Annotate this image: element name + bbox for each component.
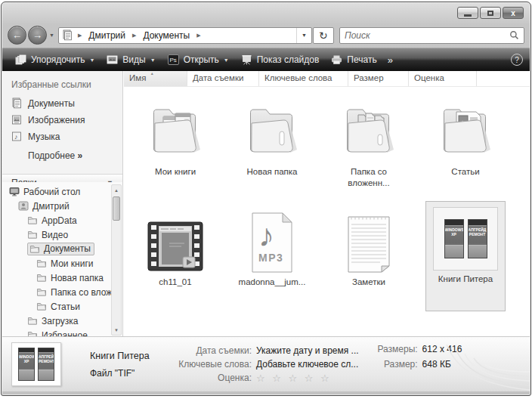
tree-item-new-folder[interactable]: Новая папка [2,271,122,285]
column-header-filler [477,71,530,86]
tree-item-nested-folder[interactable]: Папка со вложе [2,285,122,299]
tree-item-desktop[interactable]: Рабочий стол [2,184,122,199]
file-item-video[interactable]: ch11_01 [131,201,219,311]
tree-item-articles[interactable]: Статьи [2,299,122,314]
tree-item-my-books[interactable]: Мои книги [2,256,122,271]
shoot-date-value[interactable]: Укажите дату и время ... [256,345,359,356]
scrollbar-thumb[interactable] [113,196,120,221]
tree-item-label: Документы [44,243,91,254]
sidebar-item-label: Изображения [28,115,85,125]
folder-icon [27,230,38,240]
tree-selected-highlight: Документы [27,243,94,255]
file-item-new-folder[interactable]: Новая папка [228,91,316,201]
sidebar-item-label: Документы [28,98,75,109]
refresh-button[interactable]: ↻ [313,27,334,44]
file-item-peter-books[interactable]: WINDOWS XP АПГРЕЙД РЕМОНТ Книги Питера [425,201,506,311]
documents-icon [11,97,22,109]
sidebar-item-label: Музыка [28,131,60,142]
sidebar-item-pictures[interactable]: Изображения [2,112,122,128]
slideshow-button[interactable]: Показ слайдов [235,51,326,69]
folder-icon [36,302,47,311]
file-item-my-books[interactable]: Мои книги [131,91,219,201]
minimize-button[interactable] [457,7,478,19]
toolbar-overflow-button[interactable]: » [383,54,397,66]
text-notes-icon [345,215,392,274]
back-arrow-icon: ← [12,29,22,41]
folder-icon [27,316,38,326]
user-folder-icon [18,201,29,211]
folder-icon [36,287,47,297]
tree-item-label: Рабочий стол [23,187,80,197]
file-item-label: madonna__jum... [239,277,306,288]
tree-item-documents[interactable]: Документы [2,242,122,256]
print-button[interactable]: Печать [325,51,382,69]
sidebar-item-documents[interactable]: Документы [2,95,122,112]
mp3-badge: MP3 [258,252,283,264]
tree-item-favorites[interactable]: Избранное [2,328,122,336]
open-label: Открыть [184,54,219,65]
breadcrumb-item-user[interactable]: Дмитрий [87,29,127,42]
tree-scrollbar[interactable]: ▲ ▼ [111,184,122,336]
slideshow-label: Показ слайдов [257,54,320,65]
column-header-date-taken[interactable]: Дата съемки [187,71,259,86]
views-button[interactable]: Виды ▼ [101,51,161,69]
dimensions-value: 612 x 416 [422,344,462,354]
close-button[interactable]: x [503,7,524,19]
breadcrumb-separator-icon: ▶ [127,32,141,39]
tree-item-video[interactable]: Видео [2,227,122,242]
column-header-keywords[interactable]: Ключевые слова [259,71,348,86]
organize-dropdown-icon: ▼ [89,57,94,63]
tree-item-label: Новая папка [51,273,104,283]
restore-button[interactable] [480,7,501,19]
search-input[interactable] [345,30,509,41]
keywords-value[interactable]: Добавьте ключевое сл... [256,359,359,370]
rating-stars[interactable]: ☆ ☆ ☆ ☆ ☆ [256,373,359,384]
more-chevron-icon: » [78,150,82,161]
tree-item-label: Избранное [42,330,88,337]
tree-item-appdata[interactable]: AppData [2,213,122,227]
column-header-rating[interactable]: Оценка [409,71,477,86]
folder-icon [27,215,38,225]
column-header-name[interactable]: ▲ Имя [124,71,187,86]
folder-icon [36,273,47,283]
back-button[interactable]: ← [8,26,26,45]
mp3-file-icon: ♪ MP3 [248,212,296,274]
tree-item-user[interactable]: Дмитрий [2,199,122,213]
file-item-articles[interactable]: Статьи [422,91,509,201]
organize-button[interactable]: Упорядочить ▼ [9,51,101,69]
folder-icon [27,330,38,336]
views-dropdown-icon: ▼ [150,57,156,63]
file-item-mp3[interactable]: ♪ MP3 madonna__jum... [228,201,316,311]
breadcrumb-separator-icon: ▶ [73,32,87,39]
title-bar[interactable]: x [2,2,530,23]
views-label: Виды [122,54,145,65]
rating-label: Оценка: [175,373,252,383]
book-cover-upgrade: АПГРЕЙД РЕМОНТ [468,219,487,258]
file-item-nested-folder[interactable]: Папка со вложенн... [325,91,413,201]
scroll-up-icon[interactable]: ▲ [112,185,121,195]
shoot-date-label: Дата съемки: [175,345,252,356]
slideshow-screen-icon [241,54,252,65]
file-item-notes[interactable]: Заметки [325,201,413,311]
folder-with-subfolders-icon [339,100,399,163]
tif-thumbnail: WINDOWS XP АПГРЕЙД РЕМОНТ [433,207,498,271]
recent-pages-chevron-icon[interactable]: ▼ [49,32,54,38]
open-button[interactable]: Ps Открыть ▼ [162,51,235,69]
scroll-down-icon[interactable]: ▼ [112,325,121,335]
sort-ascending-icon: ▲ [150,71,154,76]
printer-icon [331,54,342,65]
address-dropdown-button[interactable]: ▼ [296,28,311,43]
more-link[interactable]: Подробнее » [2,145,122,164]
breadcrumb[interactable]: ▶ Дмитрий ▶ Документы ▶ ▼ [58,27,312,44]
restore-icon [487,11,493,16]
search-box [339,27,524,44]
column-header-size[interactable]: Размер [348,71,409,86]
tree-item-downloads[interactable]: Загрузка [2,314,122,328]
file-item-label: Заметки [352,277,385,288]
sidebar-item-music[interactable]: Музыка [2,128,122,145]
help-button[interactable]: ? [511,54,523,66]
breadcrumb-item-documents[interactable]: Документы [141,29,191,42]
open-dropdown-icon: ▼ [224,57,229,63]
print-label: Печать [347,54,376,65]
forward-button[interactable]: → [28,26,47,45]
